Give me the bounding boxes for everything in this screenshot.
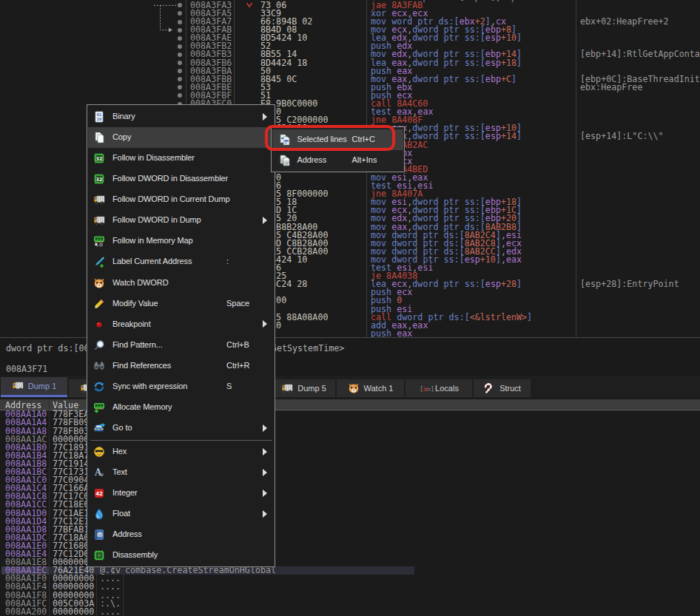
info-panel-address: 008A3F71 xyxy=(6,364,47,374)
dump-icon xyxy=(93,214,105,226)
breakpoint-gutter-dot[interactable] xyxy=(178,11,182,16)
breakpoint-gutter-dot[interactable] xyxy=(178,93,182,98)
instruction-token: ] xyxy=(516,33,522,43)
submenu-arrow-icon xyxy=(263,320,267,328)
tab-watch-1[interactable]: Watch 1 xyxy=(337,379,404,397)
tab-struct[interactable]: Struct xyxy=(474,379,531,397)
menu-item-breakpoint[interactable]: Breakpoint xyxy=(88,314,275,335)
instruction-token: dword ptr ss:[ xyxy=(412,33,485,43)
submenu-arrow-icon xyxy=(263,510,267,518)
instruction-token: esp xyxy=(485,279,501,289)
breakpoint-gutter-dot[interactable] xyxy=(178,69,182,73)
dump-icon xyxy=(12,380,24,392)
instruction-token: esi xyxy=(417,263,433,273)
dump-header-address: Address xyxy=(5,400,41,410)
tab-locals[interactable]: [ x = ]Locals xyxy=(405,379,472,397)
breakpoint-gutter-dot[interactable] xyxy=(178,36,182,41)
menu-item-follow-dword-in-current-dump[interactable]: Follow DWORD in Current Dump xyxy=(88,189,275,210)
menu-item-label: Binary xyxy=(112,112,135,121)
instruction-comment: [esp+14]:L"C:\\" xyxy=(580,132,664,141)
menu-item-label: Find References xyxy=(112,361,171,370)
dump-icon xyxy=(281,382,293,394)
menu-item-watch-dword[interactable]: Watch DWORD xyxy=(88,273,275,294)
menu-item-integer[interactable]: 42Integer xyxy=(88,483,275,504)
menu-item-label: Label Current Address xyxy=(112,257,192,265)
instruction-token: ] xyxy=(516,131,522,141)
highlight-annotation xyxy=(265,125,395,151)
submenu-item-shortcut: Alt+Ins xyxy=(352,155,377,164)
menu-item-label-current-address[interactable]: Label Current Address: xyxy=(88,251,275,272)
menu-item-go-to[interactable]: Go to xyxy=(88,418,275,439)
instruction-token: +C xyxy=(501,74,511,84)
menu-item-follow-in-memory-map[interactable]: Follow in Memory Map xyxy=(88,231,275,251)
tab-label: Dump 1 xyxy=(28,382,57,390)
menu-item-sync-with-expression[interactable]: Sync with expressionS xyxy=(88,376,275,397)
instruction-token: esp xyxy=(485,131,501,141)
menu-item-label: Text xyxy=(112,467,127,476)
dump-comment: combase.CreateStreamOnHGlobal xyxy=(125,566,276,575)
breakpoint-gutter-dot[interactable] xyxy=(178,61,182,65)
menu-item-disassembly[interactable]: Disassembly xyxy=(88,545,275,566)
submenu-item-label: Address xyxy=(297,155,327,164)
menu-item-modify-value[interactable]: Modify ValueSpace xyxy=(88,294,275,314)
menu-item-shortcut: Ctrl+R xyxy=(226,361,249,370)
breakpoint-gutter-dot[interactable] xyxy=(178,20,182,24)
copy-address-icon: @ @ xyxy=(279,155,291,166)
breakpoint-gutter-dot[interactable] xyxy=(178,85,182,89)
breakpoint-gutter-dot[interactable] xyxy=(178,44,182,49)
menu-item-shortcut: S xyxy=(226,382,232,390)
instruction-token: +10 xyxy=(480,254,496,265)
menu-item-find-pattern[interactable]: Find Pattern...Ctrl+B xyxy=(88,335,275,356)
instruction-token: esp xyxy=(485,33,501,43)
instruction-token: dword ptr ss:[ xyxy=(412,58,485,68)
svg-text:42: 42 xyxy=(95,491,103,497)
address-icon: @ xyxy=(93,529,105,541)
menu-item-label: Hex xyxy=(112,447,127,456)
svg-text:]: ] xyxy=(431,385,434,393)
menu-item-follow-dword-in-disassembler[interactable]: 32Follow DWORD in Disassembler xyxy=(88,169,275,189)
tab-dump-5[interactable]: Dump 5 xyxy=(272,379,335,397)
breakpoint-gutter-dot[interactable] xyxy=(178,77,182,81)
breakpoint-gutter-dot[interactable] xyxy=(178,3,182,7)
menu-item-find-references[interactable]: Find ReferencesCtrl+R xyxy=(88,356,275,376)
breakpoint-gutter-dot[interactable] xyxy=(178,28,182,33)
menu-item-copy[interactable]: Copy xyxy=(88,127,275,148)
text-icon: A z xyxy=(93,467,105,478)
watch-icon xyxy=(348,382,360,394)
submenu-arrow-icon xyxy=(263,448,267,456)
dump-header-value: Value xyxy=(53,400,78,410)
menu-item-shortcut: : xyxy=(226,257,229,265)
instruction-token: ] xyxy=(511,74,516,84)
dump-row[interactable]: 008AA20000000000.... xyxy=(0,608,700,616)
struct-icon xyxy=(483,382,495,394)
menu-item-text[interactable]: A zText xyxy=(88,462,275,483)
allocate-icon xyxy=(93,402,105,413)
menu-item-label: Integer xyxy=(112,488,138,497)
submenu-item-address[interactable]: @ @AddressAlt+Ins xyxy=(272,150,403,171)
tab-label: Locals xyxy=(435,384,459,393)
breakpoint-gutter-dot[interactable] xyxy=(178,53,182,57)
context-menu: 01 10Binary Copy 32Follow in Disassemble… xyxy=(87,104,275,567)
instruction-token: ebp xyxy=(485,74,501,84)
memmap-icon xyxy=(93,235,105,247)
breakpoint-icon xyxy=(93,319,105,331)
label-icon xyxy=(93,256,105,268)
instruction-comment: [esp+28]:EntryPoint xyxy=(580,280,679,289)
menu-item-binary[interactable]: 01 10Binary xyxy=(88,106,275,127)
menu-item-label: Follow in Memory Map xyxy=(112,236,193,245)
menu-separator xyxy=(90,440,272,441)
tab-dump-1[interactable]: Dump 1 xyxy=(1,377,67,397)
instruction-token: ] xyxy=(496,254,501,265)
dump-value: 00000000 xyxy=(53,608,94,616)
menu-item-follow-in-disassembler[interactable]: 32Follow in Disassembler xyxy=(88,148,275,169)
menu-item-allocate-memory[interactable]: Allocate Memory xyxy=(88,397,275,418)
menu-item-label: Watch DWORD xyxy=(112,278,169,287)
submenu-arrow-icon xyxy=(263,490,267,497)
menu-item-label: Address xyxy=(112,529,142,538)
goto-icon xyxy=(93,422,105,434)
menu-item-address[interactable]: @Address xyxy=(88,524,275,545)
menu-item-float[interactable]: Float xyxy=(88,504,275,524)
find-pattern-icon xyxy=(93,339,105,351)
menu-item-follow-dword-in-dump[interactable]: Follow DWORD in Dump xyxy=(88,210,275,231)
menu-item-hex[interactable]: Hex xyxy=(88,441,275,462)
